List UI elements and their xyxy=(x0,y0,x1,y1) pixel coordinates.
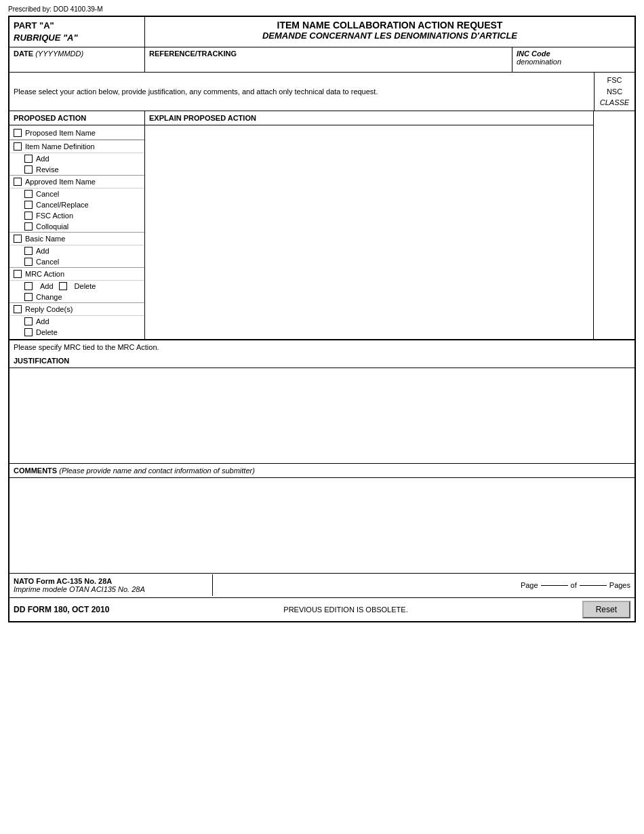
prescribed-text: Prescribed by: DOD 4100.39-M xyxy=(8,5,636,13)
basic-name-add[interactable]: Add xyxy=(9,245,144,256)
reply-codes-checkbox[interactable] xyxy=(14,305,22,313)
item-name-definition-label: Item Name Definition xyxy=(25,142,95,151)
mrc-change[interactable]: Change xyxy=(9,292,144,302)
page-cell: Page of Pages xyxy=(213,578,635,592)
approved-colloquial[interactable]: Colloquial xyxy=(9,221,144,232)
approved-fsc-action[interactable]: FSC Action xyxy=(9,210,144,221)
group-reply-codes: Reply Code(s) Add Delete xyxy=(9,303,144,338)
mrc-delete-checkbox[interactable] xyxy=(59,282,67,290)
approved-cancel-replace-checkbox[interactable] xyxy=(24,201,33,209)
page-number-line xyxy=(541,585,568,586)
footer-row: NATO Form AC-135 No. 28A Imprime modele … xyxy=(9,574,635,598)
fsc-action-col xyxy=(594,111,635,339)
mrc-delete-label: Delete xyxy=(75,282,96,290)
item-name-definition-checkbox[interactable] xyxy=(14,142,22,151)
reply-codes-label: Reply Code(s) xyxy=(25,305,73,313)
basic-name-label: Basic Name xyxy=(25,235,65,243)
item-name-def-add-label: Add xyxy=(36,155,49,163)
date-input-area[interactable] xyxy=(14,58,140,70)
reply-codes-add-checkbox[interactable] xyxy=(24,317,33,325)
reference-cell: REFERENCE/TRACKING xyxy=(145,47,512,72)
mrc-add-label: Add xyxy=(40,282,54,290)
item-name-definition-header[interactable]: Item Name Definition xyxy=(9,140,144,153)
approved-fsc-action-checkbox[interactable] xyxy=(24,212,33,220)
reply-codes-add[interactable]: Add xyxy=(9,316,144,327)
group-approved-item-name: Approved Item Name Cancel Cancel/Replace xyxy=(9,176,144,233)
proposed-item-name-header[interactable]: Proposed Item Name xyxy=(9,127,144,140)
fsc-label: FSC xyxy=(607,75,622,86)
basic-name-cancel-checkbox[interactable] xyxy=(24,258,33,266)
mrc-add-checkbox[interactable] xyxy=(24,282,33,290)
approved-item-name-header[interactable]: Approved Item Name xyxy=(9,176,144,188)
justification-section: JUSTIFICATION xyxy=(9,354,635,464)
page: Prescribed by: DOD 4100.39-M PART "A" RU… xyxy=(0,0,644,834)
group-proposed-item-name: Proposed Item Name xyxy=(9,127,144,140)
approved-colloquial-checkbox[interactable] xyxy=(24,222,33,231)
reply-codes-delete-checkbox[interactable] xyxy=(24,328,33,336)
dd-form-label: DD FORM 180, OCT 2010 xyxy=(14,605,109,614)
rubrique-label: RUBRIQUE "A" xyxy=(14,32,140,44)
title-sub: DEMANDE CONCERNANT LES DENOMINATIONS D'A… xyxy=(149,31,630,41)
ref-input-area[interactable] xyxy=(149,58,508,70)
comments-header: COMMENTS (Please provide name and contac… xyxy=(9,464,635,478)
mrc-change-label: Change xyxy=(36,293,62,301)
reply-codes-header[interactable]: Reply Code(s) xyxy=(9,303,144,316)
inc-sub: denomination xyxy=(517,58,630,66)
basic-name-cancel-label: Cancel xyxy=(36,258,59,266)
nato-cell: NATO Form AC-135 No. 28A Imprime modele … xyxy=(9,574,213,596)
comments-body[interactable] xyxy=(9,478,635,573)
date-ref-row: DATE (YYYYMMDD) REFERENCE/TRACKING INC C… xyxy=(9,47,635,73)
reply-codes-delete-label: Delete xyxy=(36,328,58,336)
group-mrc-action: MRC Action Add Delete Change xyxy=(9,268,144,303)
date-cell: DATE (YYYYMMDD) xyxy=(9,47,145,72)
title-block: ITEM NAME COLLABORATION ACTION REQUEST D… xyxy=(145,17,635,47)
basic-name-add-label: Add xyxy=(36,247,49,255)
date-format: (YYYYMMDD) xyxy=(35,49,83,58)
ref-label: REFERENCE/TRACKING xyxy=(149,49,237,58)
approved-cancel[interactable]: Cancel xyxy=(9,188,144,199)
approved-item-name-label: Approved Item Name xyxy=(25,178,96,186)
item-name-def-revise[interactable]: Revise xyxy=(9,164,144,175)
title-main: ITEM NAME COLLABORATION ACTION REQUEST xyxy=(149,20,630,31)
justification-body[interactable] xyxy=(9,368,635,463)
classe-label: CLASSE xyxy=(600,97,629,108)
proposed-action-col: PROPOSED ACTION Proposed Item Name It xyxy=(9,111,145,339)
basic-name-add-checkbox[interactable] xyxy=(24,247,33,255)
approved-cancel-label: Cancel xyxy=(36,190,59,198)
mrc-action-label: MRC Action xyxy=(25,270,64,278)
proposed-item-name-checkbox[interactable] xyxy=(14,129,22,137)
explain-body[interactable] xyxy=(145,125,593,353)
approved-cancel-replace[interactable]: Cancel/Replace xyxy=(9,199,144,210)
proposed-item-name-label: Proposed Item Name xyxy=(25,129,96,137)
explain-header: EXPLAIN PROPOSED ACTION xyxy=(145,111,593,125)
basic-name-cancel[interactable]: Cancel xyxy=(9,256,144,267)
mrc-action-header[interactable]: MRC Action xyxy=(9,268,144,281)
item-name-def-add-checkbox[interactable] xyxy=(24,155,33,163)
group-basic-name: Basic Name Add Cancel xyxy=(9,233,144,268)
item-name-def-add[interactable]: Add xyxy=(9,153,144,164)
part-label: PART "A" xyxy=(14,20,140,32)
item-name-def-revise-checkbox[interactable] xyxy=(24,165,33,174)
approved-item-name-checkbox[interactable] xyxy=(14,178,22,186)
basic-name-checkbox[interactable] xyxy=(14,235,22,243)
approved-cancel-checkbox[interactable] xyxy=(24,190,33,198)
pages-label: Pages xyxy=(609,581,630,589)
comments-section: COMMENTS (Please provide name and contac… xyxy=(9,464,635,574)
instruction-row: Please select your action below, provide… xyxy=(9,73,635,111)
main-action-row: PROPOSED ACTION Proposed Item Name It xyxy=(9,111,635,340)
reply-codes-delete[interactable]: Delete xyxy=(9,327,144,338)
basic-name-header[interactable]: Basic Name xyxy=(9,233,144,245)
reset-button[interactable]: Reset xyxy=(582,601,630,618)
proposed-action-header: PROPOSED ACTION xyxy=(9,111,144,125)
mrc-add-delete-row: Add Delete xyxy=(9,281,144,292)
header-row: PART "A" RUBRIQUE "A" ITEM NAME COLLABOR… xyxy=(9,17,635,47)
form-container: PART "A" RUBRIQUE "A" ITEM NAME COLLABOR… xyxy=(8,16,636,622)
comments-subtext: (Please provide name and contact informa… xyxy=(59,466,255,475)
mrc-action-checkbox[interactable] xyxy=(14,270,22,278)
total-pages-line xyxy=(580,585,607,586)
action-items: Proposed Item Name Item Name Definition … xyxy=(9,125,144,339)
approved-colloquial-label: Colloquial xyxy=(36,222,68,231)
approved-cancel-replace-label: Cancel/Replace xyxy=(36,201,89,209)
justification-header: JUSTIFICATION xyxy=(9,354,635,368)
mrc-change-checkbox[interactable] xyxy=(24,293,33,301)
